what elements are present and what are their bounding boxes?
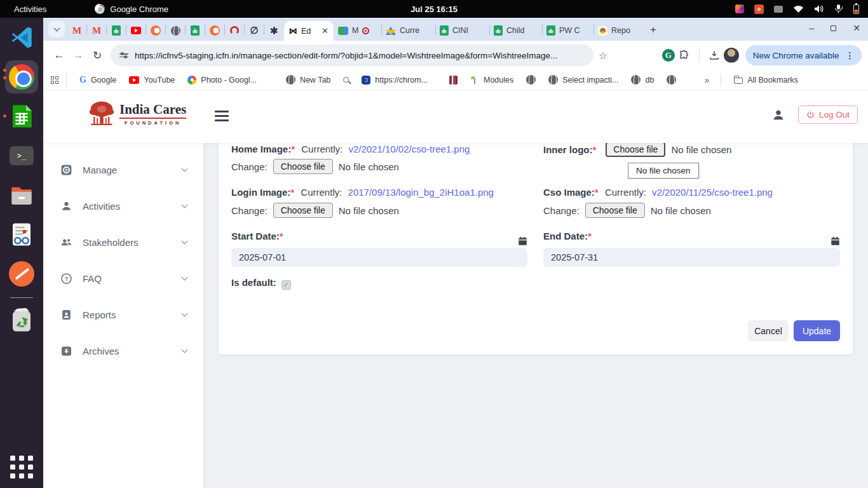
end-date-input[interactable]: [543, 248, 840, 267]
bookmark-photos[interactable]: Photo - Googl...: [182, 74, 262, 86]
start-date-input[interactable]: [231, 248, 527, 267]
extensions-puzzle-icon[interactable]: [675, 46, 694, 65]
pinned-tab-gmail-2[interactable]: M: [87, 20, 106, 41]
pinned-tab-gmail[interactable]: M: [67, 20, 86, 41]
youtube-icon: [129, 76, 139, 84]
cso-image-link[interactable]: v2/2020/11/25/cso-tree1.png: [652, 187, 773, 198]
dock-trash-icon[interactable]: [0, 302, 43, 339]
tab-search-button[interactable]: [48, 21, 65, 37]
pinned-tab-sheets-2[interactable]: [186, 20, 205, 41]
site-logo[interactable]: India Cares FOUNDATION: [88, 99, 186, 130]
sidebar-item-faq[interactable]: ? FAQ: [43, 264, 203, 293]
tab-cini[interactable]: CINI: [436, 20, 489, 41]
microphone-icon: [834, 4, 843, 14]
bookmark-modules[interactable]: Modules: [465, 74, 519, 86]
login-image-link[interactable]: 2017/09/13/login_bg_2iH1oa1.png: [348, 187, 494, 198]
tab-drive[interactable]: Curre: [382, 20, 435, 41]
apps-grid-icon[interactable]: [51, 76, 58, 84]
system-tray[interactable]: ◆: [735, 0, 859, 18]
bookmark-youtube[interactable]: YouTube: [124, 74, 180, 86]
home-image-link[interactable]: v2/2021/10/02/cso-tree1.png: [348, 144, 470, 154]
pinned-tab-ai[interactable]: [264, 20, 283, 41]
sidebar-item-reports[interactable]: Reports: [43, 301, 203, 329]
profile-avatar[interactable]: [724, 48, 739, 63]
close-tab-icon[interactable]: ✕: [322, 26, 329, 36]
dock-files-icon[interactable]: [0, 175, 43, 215]
login-image-change-row: Change: Choose file No file chosen: [231, 203, 399, 218]
inner-logo-choose-file-button[interactable]: Choose file: [606, 142, 665, 157]
grammarly-extension-icon[interactable]: G: [662, 49, 675, 62]
tab-pw[interactable]: PW C: [543, 20, 593, 41]
bookmark-google[interactable]: GGoogle: [74, 73, 121, 87]
pinned-tab-null[interactable]: ∅: [245, 20, 264, 41]
site-controls-icon[interactable]: [119, 53, 128, 57]
sidebar-item-activities[interactable]: Activities: [43, 192, 203, 220]
bookmark-select-impact[interactable]: Select impacti...: [543, 73, 623, 86]
sidebar-item-manage[interactable]: Manage: [43, 156, 203, 184]
show-applications-button[interactable]: [0, 447, 43, 487]
pinned-tab-youtube[interactable]: [126, 20, 146, 41]
bookmark-new-tab[interactable]: New Tab: [281, 73, 336, 86]
dock-chrome-icon[interactable]: [0, 57, 43, 97]
dock-document-viewer-icon[interactable]: [0, 215, 43, 254]
tab-child[interactable]: Child: [490, 20, 542, 41]
bookmark-logo[interactable]: [444, 74, 463, 86]
pinned-tab-red-arc[interactable]: [225, 20, 244, 41]
chevron-down-icon: [182, 274, 188, 281]
chevron-down-icon: [182, 166, 188, 172]
sidebar-toggle-hamburger[interactable]: [215, 111, 229, 121]
user-icon[interactable]: [771, 108, 785, 122]
end-date-label: End Date:*: [543, 231, 595, 241]
tab-repo[interactable]: Repo: [594, 20, 645, 41]
is-default-checkbox[interactable]: [281, 280, 291, 290]
calendar-icon[interactable]: [518, 236, 527, 246]
forward-button[interactable]: →: [69, 46, 88, 65]
minimize-button[interactable]: –: [809, 23, 814, 33]
calendar-icon[interactable]: [831, 236, 840, 246]
restore-button[interactable]: [831, 25, 836, 31]
window-controls: – ✕: [809, 23, 860, 33]
globe-icon: [171, 26, 180, 36]
logout-button[interactable]: Log Out: [798, 105, 858, 124]
bookmark-globe-2[interactable]: [661, 73, 681, 86]
sidebar-item-archives[interactable]: Archives: [43, 337, 203, 365]
pinned-tab-orange-app[interactable]: [146, 20, 165, 41]
pinned-tab-globe[interactable]: [166, 20, 185, 41]
bookmark-chrome-link[interactable]: https://chrom...: [356, 74, 433, 86]
cso-image-choose-file-button[interactable]: Choose file: [585, 203, 645, 218]
no-file-chosen-tooltip: No file chosen: [628, 163, 699, 179]
dock-postman-icon[interactable]: [0, 254, 43, 294]
downloads-icon[interactable]: [705, 46, 724, 65]
home-image-choose-file-button[interactable]: Choose file: [273, 159, 333, 174]
bookmark-search[interactable]: [338, 75, 354, 85]
bookmark-db[interactable]: db: [626, 73, 659, 86]
back-button[interactable]: ←: [50, 46, 69, 65]
home-image-no-file-text: No file chosen: [339, 161, 399, 172]
red-arc-icon: [230, 26, 239, 35]
tab-meet[interactable]: M: [334, 20, 381, 41]
browser-menu-icon[interactable]: ⋮: [846, 50, 855, 60]
close-window-button[interactable]: ✕: [853, 23, 860, 33]
reload-button[interactable]: ↻: [88, 46, 107, 65]
bookmark-star-icon[interactable]: ☆: [599, 50, 607, 62]
active-tab[interactable]: ⋈ Ed ✕: [284, 21, 334, 41]
dock-vscode-icon[interactable]: [0, 18, 43, 57]
pinned-tab-sheets[interactable]: [107, 20, 126, 41]
all-bookmarks-button[interactable]: All Bookmarks: [729, 74, 803, 86]
new-tab-button[interactable]: +: [645, 22, 661, 38]
login-image-choose-file-button[interactable]: Choose file: [273, 203, 333, 218]
address-bar[interactable]: https://icfnv5-staging.icfn.in/manage-se…: [111, 44, 593, 66]
person-icon: [60, 200, 72, 213]
update-button[interactable]: Update: [794, 320, 840, 341]
bookmark-globe-1[interactable]: [521, 73, 541, 86]
url-text[interactable]: https://icfnv5-staging.icfn.in/manage-se…: [135, 51, 557, 60]
cancel-button[interactable]: Cancel: [748, 320, 789, 341]
sidebar-item-stakeholders[interactable]: Stakeholders: [43, 228, 203, 257]
update-chrome-chip[interactable]: New Chrome available ⋮: [745, 45, 862, 65]
dock-libreoffice-calc-icon[interactable]: [0, 97, 43, 136]
dock-terminal-icon[interactable]: >_: [0, 136, 43, 175]
google-sheets-icon: [191, 25, 200, 36]
bookmarks-overflow-chevron[interactable]: »: [700, 75, 713, 85]
pinned-tab-orange-app-2[interactable]: [205, 20, 224, 41]
cso-image-row: Cso Image:* Currently: v2/2020/11/25/cso…: [543, 187, 773, 198]
